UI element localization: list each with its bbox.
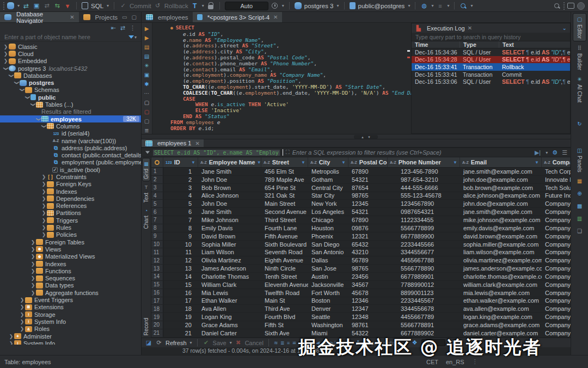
panel-map-button[interactable]: ▩ [573, 200, 586, 212]
cancel-button[interactable]: Cancel [245, 340, 264, 346]
grid-cell[interactable]: Company D [542, 225, 571, 231]
commit-button[interactable]: Commit [130, 3, 151, 9]
grid-cell[interactable]: Company P [542, 322, 571, 328]
grid-cell[interactable]: 5 [163, 200, 198, 207]
grid-cell[interactable]: William Clark [198, 281, 261, 288]
table-row[interactable]: 55John DoeMain StreetNew York12345123456… [151, 200, 571, 208]
grid-cell[interactable]: 456 Elm St [261, 168, 308, 175]
tree-item-aggregate-functions[interactable]: ❯Aggregate functions [0, 289, 141, 296]
grid-cell[interactable]: Emily Davis [198, 225, 261, 231]
tree-item-address-public-address[interactable]: ⧉address (public.address) [0, 144, 141, 151]
grid-cell[interactable]: john.doe@example.com [460, 176, 542, 183]
grid-cell[interactable]: 13 [163, 265, 198, 272]
tree-chevron-icon[interactable]: ❯ [41, 181, 47, 187]
filter-menu-icon[interactable]: ☰ [562, 149, 567, 156]
tree-chevron-icon[interactable]: ❯ [3, 58, 9, 64]
grid-cell[interactable]: alice.johnson@example.com [460, 192, 542, 199]
row-number[interactable]: 16 [151, 289, 163, 297]
globe-caret[interactable]: ▾ [431, 3, 433, 8]
tree-chevron-icon[interactable]: ❯ [30, 261, 36, 267]
table-row[interactable]: 99David BrownFifth AvenuePhoenix12321667… [151, 232, 571, 241]
grid-cell[interactable]: jane.smith@example.com [460, 168, 542, 175]
filter-caret[interactable]: ▾ [134, 35, 137, 40]
grid-cell[interactable]: 4 [163, 192, 198, 199]
grid-cell[interactable]: Seventh Road [261, 249, 308, 255]
tree-item-embedded[interactable]: ❯Embedded [0, 58, 141, 65]
grid-cell[interactable]: Future Inc [542, 192, 571, 199]
column-header-email[interactable]: A-ZEmail▼ [460, 157, 542, 167]
tab-projects[interactable]: Projects [79, 12, 122, 22]
grid-cell[interactable]: Innovate Ltd [542, 176, 571, 183]
close-tab-icon[interactable]: ✕ [70, 14, 74, 20]
grid-cell[interactable]: 12347 [348, 305, 388, 312]
grid-cell[interactable]: John Doe [198, 200, 261, 207]
terminal-icon[interactable]: ▣ [143, 71, 150, 78]
grid-cell[interactable]: Jane Smith [198, 168, 261, 175]
panel-target-button[interactable]: ⊕ [573, 188, 586, 199]
log-collapse-icon[interactable]: ⌄ [562, 25, 567, 31]
grid-cell[interactable]: San Jose [308, 265, 348, 272]
tree-item-references[interactable]: ❯References [0, 203, 141, 210]
tree-item-classic[interactable]: ❯Classic [0, 43, 141, 50]
grid-cell[interactable]: 14 [163, 273, 198, 280]
grid-cell[interactable]: John Doe [198, 176, 261, 183]
tab-panels-vertical[interactable]: ◫ Panels [573, 145, 586, 175]
tree-item-name-varchar-100[interactable]: A-Zname (varchar(100)) [0, 137, 141, 144]
tree-item-columns[interactable]: ❯Columns [0, 122, 141, 130]
grid-cell[interactable]: 444-555-6666 [388, 185, 460, 191]
column-header-street[interactable]: A-ZStreet▼ [261, 157, 308, 167]
grid-cell[interactable]: Mike Johnson [198, 217, 261, 223]
table-row[interactable]: 1111Liam WilsonSeventh RoadSan Antonio43… [151, 248, 571, 256]
tree-item-databases[interactable]: ❯Databases [0, 72, 141, 79]
close-results-icon[interactable]: ✕ [195, 140, 199, 146]
grid-cell[interactable]: Ava Allen [198, 305, 261, 312]
grid-cell[interactable]: bob.brown@example.com [460, 185, 542, 191]
tree-item-sequences[interactable]: ❯Sequences [0, 275, 141, 282]
minimize-panel-icon[interactable]: ▭ [122, 14, 127, 20]
grid-cell[interactable]: Los Angeles [308, 208, 348, 215]
row-number[interactable]: 9 [151, 232, 163, 240]
grid-cell[interactable]: 8 [163, 225, 198, 231]
row-number[interactable]: 17 [151, 297, 163, 305]
grid-cell[interactable]: 4455667789 [388, 314, 460, 320]
grid-cell[interactable]: 2233445566 [388, 241, 460, 248]
tree-item-foreign-tables[interactable]: ❯Foreign Tables [0, 238, 141, 246]
grid-cell[interactable]: Third Street [261, 217, 308, 223]
layout-panel-icon[interactable] [567, 3, 574, 9]
rows-icon[interactable]: ≡ [436, 2, 444, 10]
tree-item-id-serial4[interactable]: 123id (serial4) [0, 130, 141, 137]
sort-icon[interactable]: ▼ [299, 160, 305, 165]
object-filter-bar[interactable]: Enter a part of object name here ▾ [0, 33, 141, 42]
tree-item-materialized-views[interactable]: ❯Materialized Views [0, 253, 141, 260]
column-header-postal-code[interactable]: A-ZPostal Code▼ [348, 157, 388, 167]
tree-item-storage[interactable]: ❯iStorage [0, 311, 141, 318]
grid-cell[interactable]: Company Q [542, 330, 571, 336]
tab-chart-view[interactable]: ◔ Chart [142, 205, 150, 230]
log-row[interactable]: Dec-16 15:33:41TransactionRollback [412, 63, 570, 71]
open-result-icon[interactable]: ◪ [145, 339, 152, 347]
log-col-time[interactable]: Time [412, 41, 460, 48]
grid-cell[interactable]: Third Ave [261, 305, 308, 312]
log-row[interactable]: Dec-16 15:33:06SQL / UserSELECT ¶ e.id A… [412, 78, 570, 85]
grid-cell[interactable]: 3344556678 [388, 305, 460, 312]
tab-database-navigator[interactable]: Database Navigator ✕ [0, 12, 79, 22]
grid-corner-header[interactable] [151, 157, 163, 167]
grid-cell[interactable]: 23456 [348, 273, 388, 280]
grid-cell[interactable]: Company L [542, 290, 571, 296]
grid-cell[interactable]: Liam Wilson [198, 249, 261, 255]
filter-funnel-icon[interactable] [128, 35, 134, 39]
grid-cell[interactable]: Company G [542, 249, 571, 255]
tree-chevron-icon[interactable]: ❯ [19, 304, 25, 310]
grid-cell[interactable]: 09876 [348, 225, 388, 231]
row-number[interactable]: 19 [151, 313, 163, 321]
grid-cell[interactable]: Company B [542, 208, 571, 215]
tree-chevron-icon[interactable]: ❯ [8, 334, 14, 339]
tree-item-indexes[interactable]: ❯Indexes [0, 188, 141, 195]
grid-cell[interactable]: logan.king@example.com [460, 314, 542, 320]
grid-cell[interactable]: 67890 [348, 217, 388, 223]
table-row[interactable]: 1010Sophia MillerSixth BoulevardSan Dieg… [151, 241, 571, 249]
grid-cell[interactable]: Fifth Avenue [261, 233, 308, 240]
script-blue-icon[interactable]: ▤ [143, 53, 150, 60]
grid-cell[interactable]: Olivia Martinez [198, 257, 261, 263]
tree-item-employees[interactable]: ❯employees32K [0, 115, 141, 122]
